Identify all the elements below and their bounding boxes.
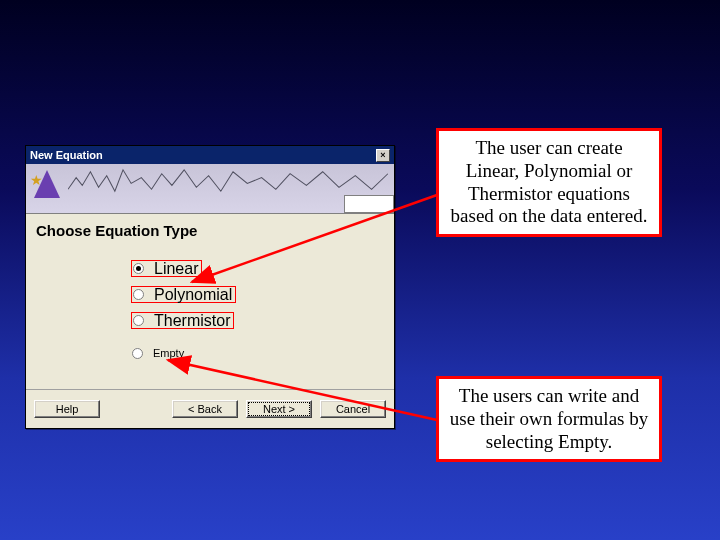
callout-text: The user can create Linear, Polynomial o…: [451, 137, 648, 226]
cancel-button[interactable]: Cancel: [320, 400, 386, 418]
callout-text: The users can write and use their own fo…: [450, 385, 648, 452]
wizard-icon: ★: [30, 170, 68, 210]
button-row: Help < Back Next > Cancel: [26, 389, 394, 428]
callout-empty: The users can write and use their own fo…: [436, 376, 662, 462]
next-button[interactable]: Next >: [246, 400, 312, 418]
option-label: Thermistor: [154, 312, 230, 330]
option-label: Polynomial: [154, 286, 232, 304]
option-label: Empty: [153, 347, 184, 359]
callout-equation-types: The user can create Linear, Polynomial o…: [436, 128, 662, 237]
radio-icon: [133, 315, 144, 326]
option-thermistor[interactable]: Thermistor: [131, 312, 234, 329]
option-linear[interactable]: Linear: [131, 260, 202, 277]
back-button[interactable]: < Back: [172, 400, 238, 418]
option-label: Linear: [154, 260, 198, 278]
titlebar: New Equation ×: [26, 146, 394, 164]
radio-icon: [133, 289, 144, 300]
banner-graph: [68, 164, 394, 199]
radio-icon: [132, 348, 143, 359]
option-empty[interactable]: Empty: [132, 347, 384, 359]
option-polynomial[interactable]: Polynomial: [131, 286, 236, 303]
dialog-content: Choose Equation Type Linear Polynomial T…: [26, 214, 394, 389]
dialog-title: New Equation: [30, 149, 103, 161]
section-heading: Choose Equation Type: [36, 222, 384, 239]
new-equation-dialog: New Equation × ★ Choose Equation Type Li…: [25, 145, 395, 429]
radio-icon: [133, 263, 144, 274]
close-icon[interactable]: ×: [376, 149, 390, 162]
wizard-banner: ★: [26, 164, 394, 214]
equation-type-group: Linear Polynomial Thermistor Empty: [131, 257, 384, 359]
help-button[interactable]: Help: [34, 400, 100, 418]
